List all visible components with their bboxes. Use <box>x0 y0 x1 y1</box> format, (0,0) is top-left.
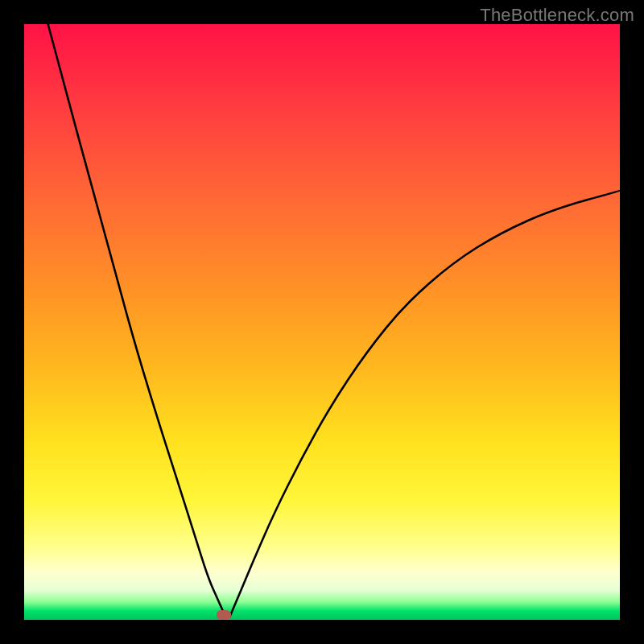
plot-area <box>24 24 620 620</box>
watermark-text: TheBottleneck.com <box>480 5 634 26</box>
curve-right-branch <box>229 191 620 617</box>
chart-frame: TheBottleneck.com <box>0 0 644 644</box>
curve-left-branch <box>48 24 226 617</box>
curve-svg <box>24 24 620 620</box>
minimum-marker-dot <box>217 610 231 620</box>
